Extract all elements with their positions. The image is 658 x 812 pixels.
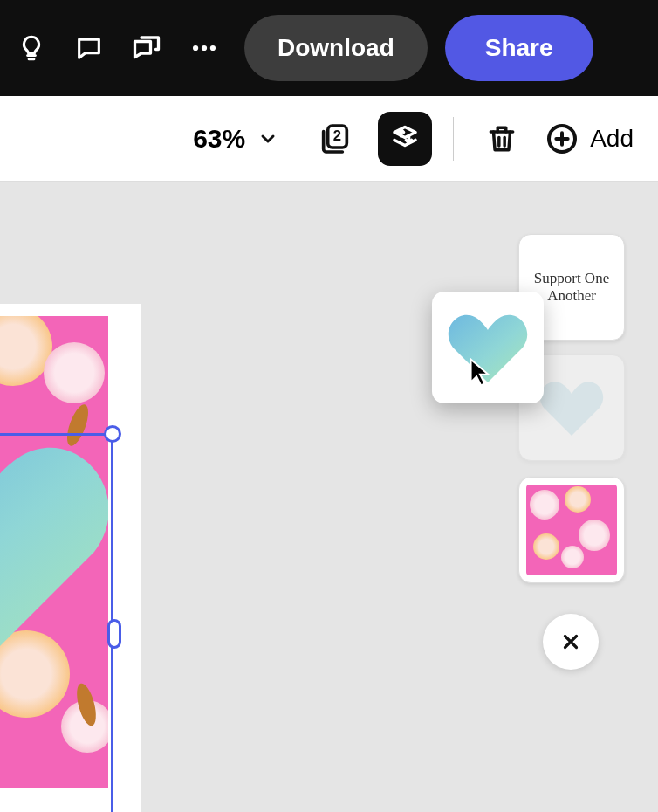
- zoom-value: 63%: [193, 124, 245, 154]
- floral-mini-preview: [526, 485, 617, 575]
- chevron-down-icon: [257, 128, 278, 149]
- svg-point-1: [202, 45, 207, 51]
- add-label: Add: [590, 125, 634, 153]
- artboard[interactable]: ne: [0, 304, 141, 812]
- comment-icon[interactable]: [63, 22, 115, 74]
- canvas-area[interactable]: ne Support One Another: [0, 182, 658, 812]
- heart-graphic[interactable]: [0, 412, 108, 692]
- add-page-button[interactable]: Add: [545, 121, 634, 156]
- layer-thumb-background[interactable]: [518, 477, 625, 583]
- zoom-dropdown[interactable]: 63%: [193, 124, 278, 154]
- svg-text:2: 2: [333, 127, 341, 143]
- close-icon: [559, 630, 582, 653]
- editor-toolbar: 63% 2 Add: [0, 96, 658, 182]
- close-panel-button[interactable]: [543, 614, 599, 670]
- toolbar-separator: [453, 117, 454, 161]
- download-button[interactable]: Download: [244, 15, 428, 81]
- share-button[interactable]: Share: [445, 15, 593, 81]
- svg-point-0: [193, 45, 198, 51]
- more-icon[interactable]: [178, 22, 230, 74]
- collab-icon[interactable]: [120, 22, 173, 74]
- lightbulb-icon[interactable]: [5, 22, 58, 74]
- reorder-layers-button[interactable]: [378, 112, 432, 166]
- flower-shape: [44, 342, 105, 403]
- dragging-layer-thumb[interactable]: [432, 292, 544, 403]
- svg-point-2: [210, 45, 216, 51]
- artboard-content: ne: [0, 316, 108, 788]
- duplicate-page-button[interactable]: 2: [308, 112, 362, 166]
- top-bar: Download Share: [0, 0, 658, 96]
- delete-button[interactable]: [475, 112, 529, 166]
- plus-circle-icon: [545, 121, 579, 156]
